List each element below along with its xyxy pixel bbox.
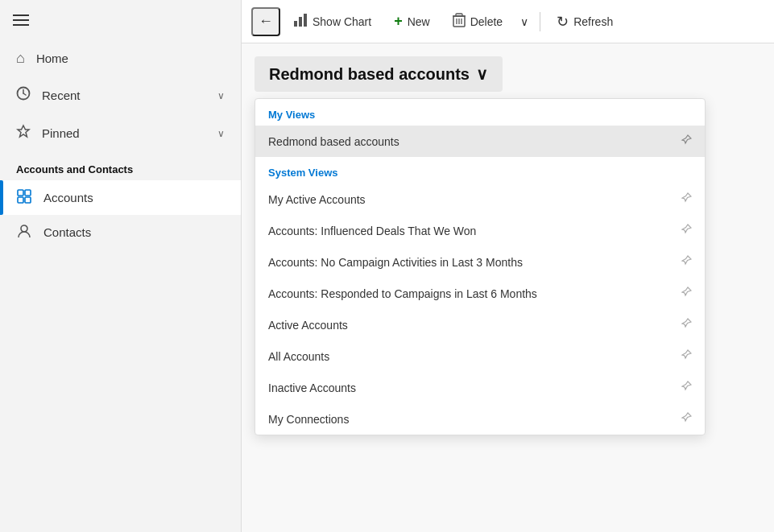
svg-point-7 (21, 225, 27, 232)
svg-rect-8 (294, 21, 297, 27)
view-dropdown: My Views Redmond based accounts System V… (255, 98, 706, 435)
my-views-section-label: My Views (255, 99, 705, 126)
hamburger-menu[interactable] (0, 0, 241, 40)
my-connections-label: My Connections (268, 413, 349, 426)
redmond-based-label: Redmond based accounts (268, 135, 399, 148)
sidebar-item-home[interactable]: ⌂ Home (0, 40, 241, 76)
new-label: New (408, 15, 430, 28)
influenced-deals-label: Accounts: Influenced Deals That We Won (268, 225, 476, 237)
show-chart-button[interactable]: Show Chart (284, 6, 381, 36)
dropdown-arrow-icon: ∨ (520, 15, 528, 28)
inactive-accounts-label: Inactive Accounts (268, 381, 356, 394)
sidebar-home-label: Home (36, 52, 225, 65)
show-chart-label: Show Chart (312, 15, 371, 28)
pin-responded-icon[interactable] (681, 287, 692, 300)
refresh-icon: ↻ (557, 13, 569, 31)
dropdown-item-active-accounts[interactable]: Active Accounts (255, 309, 705, 340)
sidebar-item-contacts[interactable]: Contacts (0, 215, 241, 250)
dropdown-item-inactive-accounts[interactable]: Inactive Accounts (255, 372, 705, 403)
svg-rect-5 (18, 197, 23, 203)
system-views-section-label: System Views (255, 157, 705, 184)
svg-rect-10 (304, 14, 307, 27)
no-campaign-label: Accounts: No Campaign Activities in Last… (268, 256, 523, 269)
svg-line-2 (23, 93, 26, 95)
accounts-label: Accounts (43, 191, 93, 204)
delete-button[interactable]: Delete (443, 6, 512, 36)
my-active-label: My Active Accounts (268, 193, 366, 206)
content-area: Redmond based accounts ∨ My Views Redmon… (242, 43, 774, 532)
view-selector-chevron-icon: ∨ (476, 64, 488, 84)
dropdown-chevron-button[interactable]: ∨ (515, 9, 533, 35)
svg-rect-4 (25, 190, 31, 196)
sidebar-section-title: Accounts and Contacts (0, 152, 241, 180)
pin-influenced-icon[interactable] (681, 224, 692, 237)
pin-redmond-icon[interactable] (681, 134, 692, 148)
pin-all-icon[interactable] (681, 349, 692, 363)
dropdown-item-redmond-based[interactable]: Redmond based accounts (255, 126, 705, 157)
dropdown-item-influenced-deals[interactable]: Accounts: Influenced Deals That We Won (255, 215, 705, 246)
pin-active-icon[interactable] (681, 318, 692, 332)
dropdown-item-my-active[interactable]: My Active Accounts (255, 184, 705, 215)
home-icon: ⌂ (16, 50, 25, 67)
view-selector-button[interactable]: Redmond based accounts ∨ (255, 56, 503, 92)
sidebar-recent-label: Recent (42, 89, 206, 102)
sidebar-pinned-label: Pinned (42, 126, 206, 140)
svg-rect-16 (456, 14, 462, 16)
pin-my-active-icon[interactable] (681, 192, 692, 206)
sidebar: ⌂ Home Recent ∨ Pinned ∨ Accounts and Co… (0, 0, 242, 532)
pin-icon (16, 124, 31, 142)
sidebar-item-recent[interactable]: Recent ∨ (0, 76, 241, 114)
svg-rect-6 (25, 197, 31, 203)
current-view-label: Redmond based accounts (269, 65, 470, 84)
clock-icon (16, 86, 31, 105)
contacts-label: Contacts (43, 225, 91, 239)
sidebar-item-pinned[interactable]: Pinned ∨ (0, 114, 241, 152)
toolbar-separator (540, 12, 540, 31)
pin-connections-icon[interactable] (681, 412, 692, 426)
dropdown-item-no-campaign[interactable]: Accounts: No Campaign Activities in Last… (255, 246, 705, 278)
main-area: ← Show Chart + New (242, 0, 774, 532)
dropdown-item-all-accounts[interactable]: All Accounts (255, 340, 705, 372)
pin-inactive-icon[interactable] (681, 381, 692, 394)
sidebar-item-accounts[interactable]: Accounts (0, 180, 241, 215)
refresh-button[interactable]: ↻ Refresh (547, 6, 623, 37)
show-chart-icon (293, 13, 308, 30)
refresh-label: Refresh (573, 15, 613, 28)
delete-label: Delete (470, 15, 503, 28)
toolbar: ← Show Chart + New (242, 0, 774, 43)
svg-rect-3 (18, 190, 23, 196)
back-button[interactable]: ← (251, 7, 280, 36)
delete-icon (453, 13, 466, 30)
accounts-icon (16, 188, 32, 207)
dropdown-item-responded-campaigns[interactable]: Accounts: Responded to Campaigns in Last… (255, 278, 705, 309)
new-button[interactable]: + New (384, 6, 440, 36)
all-accounts-label: All Accounts (268, 350, 329, 363)
pin-no-campaign-icon[interactable] (681, 255, 692, 269)
svg-rect-9 (299, 17, 302, 27)
pinned-chevron-icon: ∨ (217, 128, 225, 139)
active-accounts-label: Active Accounts (268, 319, 348, 332)
new-icon: + (394, 13, 403, 30)
contacts-icon (16, 223, 32, 241)
recent-chevron-icon: ∨ (217, 90, 225, 101)
dropdown-item-my-connections[interactable]: My Connections (255, 403, 705, 435)
responded-campaigns-label: Accounts: Responded to Campaigns in Last… (268, 287, 537, 300)
